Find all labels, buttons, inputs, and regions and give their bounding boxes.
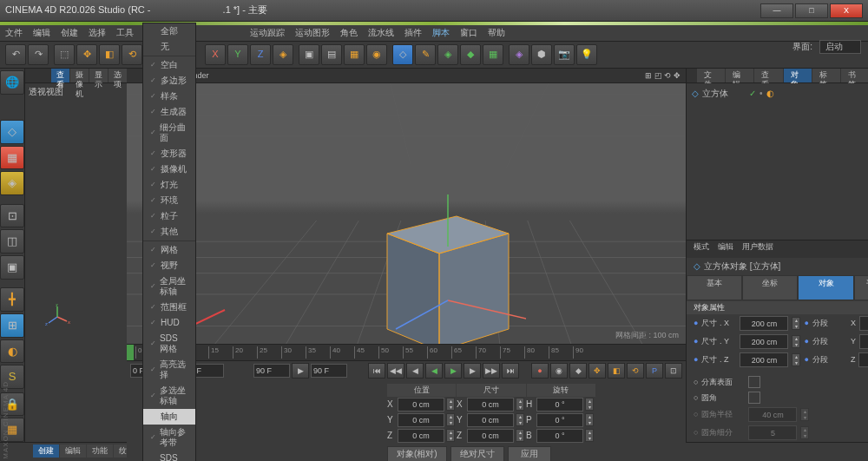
tab-options[interactable]: 选项 [108,69,127,82]
size-y[interactable] [467,413,514,427]
menu-select[interactable]: 选择 [89,28,106,38]
edge-mode[interactable]: ◫ [0,229,24,254]
size-x[interactable] [467,398,514,412]
dd-sdsgrid[interactable]: ✓SDS 网格 [143,331,195,357]
attr-userdata[interactable]: 用户数据 [742,242,773,256]
cube-object[interactable] [370,194,526,344]
seg-x-field[interactable] [859,316,868,331]
coord-mode-btn[interactable]: 对象(相对) [387,446,447,461]
render-view[interactable]: ▣ [299,44,319,65]
minimize-button[interactable]: — [760,3,793,18]
size-z[interactable] [467,429,514,443]
next-key[interactable]: ▶ [292,363,309,379]
separate-checkbox[interactable] [748,376,760,388]
frame-fwd[interactable]: ▶ [464,363,481,379]
dd-particle[interactable]: ✓粒子 [143,208,195,224]
axis-x[interactable]: X [205,44,226,65]
menu-script[interactable]: 脚本 [432,28,450,38]
axis-y[interactable]: Y [227,44,248,65]
tab-camera[interactable]: 摄像机 [70,69,89,82]
size-y-field[interactable] [740,334,788,349]
dd-spline[interactable]: ✓样条 [143,89,195,104]
tab-bookmarks[interactable]: 书签 [841,69,868,82]
texture-mode[interactable]: ▦ [0,146,24,170]
axis-mode[interactable]: ╋ [0,287,24,312]
attr-edit[interactable]: 编辑 [718,242,733,256]
apply-btn[interactable]: 应用 [508,446,551,461]
menu-file[interactable]: 文件 [5,28,23,38]
mat-tab-func[interactable]: 功能 [87,445,113,458]
object-tree[interactable]: ◇ 立方体 ✓ • ◐ [687,83,868,240]
dd-light[interactable]: ✓灯光 [143,177,195,193]
timeline[interactable]: 051015202530354045505560657075808590 [127,344,686,360]
menu-plugins[interactable]: 插件 [404,28,422,38]
viewport-3d[interactable]: 网格间距 : 100 cm [127,83,686,344]
rotate-tool[interactable]: ⟲ [122,44,142,65]
move-tool[interactable]: ✥ [76,44,97,65]
dd-null[interactable]: ✓空白 [143,57,195,73]
mat-tab-edit[interactable]: 编辑 [60,445,86,458]
rot-p[interactable] [536,413,583,427]
frame-max[interactable] [311,364,347,378]
menu-character[interactable]: 角色 [340,28,358,38]
camera-tool[interactable]: 📷 [554,44,575,65]
pos-z[interactable] [398,429,444,443]
dd-env[interactable]: ✓环境 [143,193,195,208]
dd-sdsframe[interactable]: ✓SDS 框架 [143,451,195,461]
dd-highlight[interactable]: ✓高亮选择 [143,357,195,383]
redo-button[interactable]: ↷ [28,44,49,65]
phong-tag-icon[interactable]: ◐ [766,89,774,99]
dd-bbox[interactable]: ✓范围框 [143,300,195,315]
cube-primitive[interactable]: ◇ [392,44,413,65]
render-region[interactable]: ▤ [321,44,342,65]
view-nav-icons[interactable]: ⊞ ◰ ⟲ ✥ [645,71,681,81]
record-icon[interactable]: ● [531,363,549,379]
tree-item-cube[interactable]: ◇ 立方体 ✓ • ◐ [690,87,868,101]
keyframe-icon[interactable]: ◆ [569,363,587,379]
rot-b[interactable] [536,429,583,443]
key-rot[interactable]: ⟲ [627,363,644,379]
seg-z-field[interactable] [858,352,868,367]
dd-worldaxis[interactable]: ✓全局坐标轴 [143,273,195,300]
mat-tab-create[interactable]: 创建 [33,445,59,458]
play-back[interactable]: ◀ [425,363,443,379]
frame-end[interactable] [253,364,290,378]
spline-tool[interactable]: ✎ [415,44,436,65]
attr-tab-coord[interactable]: 坐标 [742,275,798,301]
rot-h[interactable] [536,398,583,412]
make-editable[interactable]: 🌐 [0,70,24,95]
dd-axis[interactable]: 轴向 [143,409,195,425]
play-fwd[interactable]: ▶ [444,363,462,379]
dd-generator[interactable]: ✓生成器 [143,104,195,120]
dd-axisref[interactable]: ✓轴向参考带 [143,425,195,451]
size-x-field[interactable] [740,316,788,331]
point-mode[interactable]: ⊡ [0,204,24,228]
menu-help[interactable]: 帮助 [488,28,505,38]
tab-view2[interactable]: 查看 [754,69,782,82]
tab-tags[interactable]: 标签 [812,69,840,82]
attr-tab-basic[interactable]: 基本 [687,275,742,301]
key-pos[interactable]: ✥ [589,363,606,379]
tab-objects[interactable]: 对象 [784,69,812,82]
step-fwd[interactable]: ▶▶ [483,363,500,379]
modeling-tool[interactable]: ◆ [460,44,481,65]
key-param[interactable]: P [646,363,663,379]
menu-edit[interactable]: 编辑 [33,28,50,38]
goto-start[interactable]: ⏮ [368,363,385,379]
dd-grid[interactable]: ✓网格 [143,242,195,258]
tab-edit[interactable]: 编辑 [726,69,753,82]
menu-pipeline[interactable]: 流水线 [368,28,394,38]
attr-tab-object[interactable]: 对象 [798,275,853,301]
coord-size-btn[interactable]: 绝对尺寸 [450,446,504,461]
deformer-tool[interactable]: ◈ [509,44,529,65]
dd-deformer[interactable]: ✓变形器 [143,146,195,161]
fillet-checkbox[interactable] [748,392,760,404]
scale-tool[interactable]: ◧ [99,44,120,65]
maximize-button[interactable]: □ [795,3,828,18]
render-queue[interactable]: ◉ [366,44,387,65]
dd-poly[interactable]: ✓多边形 [143,73,195,89]
step-back[interactable]: ◀◀ [387,363,404,379]
dd-camera[interactable]: ✓摄像机 [143,161,195,177]
poly-mode[interactable]: ▣ [0,255,24,280]
environment-tool[interactable]: ⬢ [531,44,552,65]
